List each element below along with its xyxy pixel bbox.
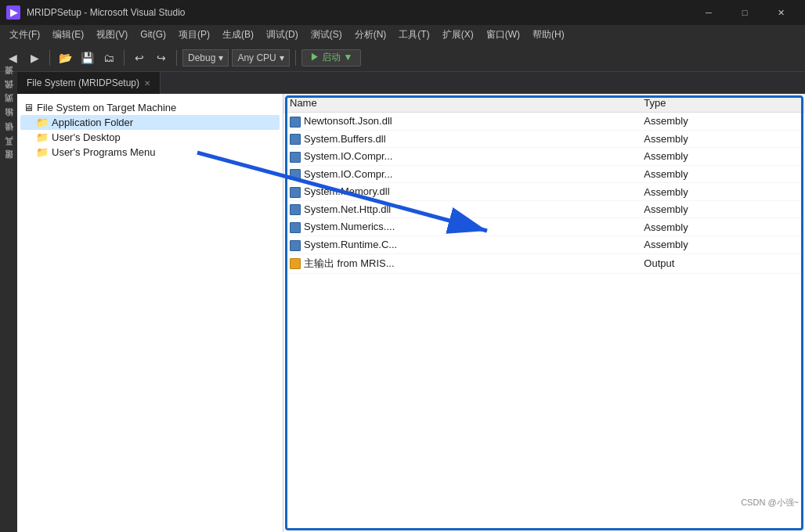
toolbar-separator-4 xyxy=(295,50,296,66)
document-area: File System (MRIDPSetup) ✕ 🖥 File System… xyxy=(17,72,805,532)
menu-test[interactable]: 测试(S) xyxy=(305,27,348,43)
file-type-cell: Assembly xyxy=(637,218,805,236)
tree-root-label: File System on Target Machine xyxy=(37,102,176,113)
file-name-cell: System.Numerics.... xyxy=(283,218,637,236)
folder-icon: 📁 xyxy=(36,117,49,128)
table-row[interactable]: System.Memory.dllAssembly xyxy=(283,183,805,201)
toolbar-back-button[interactable]: ◀ xyxy=(3,49,22,67)
file-table: Name Type Newtonsoft.Json.dllAssemblySys… xyxy=(283,94,805,274)
menu-git[interactable]: Git(G) xyxy=(134,27,172,41)
tree-item-application-folder[interactable]: 📁 Application Folder xyxy=(20,115,280,130)
menu-extensions[interactable]: 扩展(X) xyxy=(436,27,480,43)
file-name-cell: System.Runtime.C... xyxy=(283,235,637,253)
title-bar: ▶ MRIDPSetup - Microsoft Visual Studio ─… xyxy=(0,0,805,25)
app-icon: ▶ xyxy=(6,5,20,20)
folder-icon: 📁 xyxy=(36,131,49,143)
menu-project[interactable]: 项目(P) xyxy=(172,27,216,43)
toolbar-forward-button[interactable]: ▶ xyxy=(25,49,44,67)
tree-item-label: User's Desktop xyxy=(52,131,121,143)
start-button[interactable]: ▶ 启动 ▼ xyxy=(301,49,362,66)
title-bar-text: MRIDPSetup - Microsoft Visual Studio xyxy=(27,7,186,18)
col-type-header: Type xyxy=(637,94,805,113)
menu-analyze[interactable]: 分析(N) xyxy=(348,27,393,43)
file-name-cell: 主输出 from MRIS... xyxy=(283,253,637,273)
file-type-cell: Output xyxy=(637,253,805,273)
file-name-cell: System.IO.Compr... xyxy=(283,165,637,183)
close-button[interactable]: ✕ xyxy=(763,0,799,25)
sidebar-tab-legacy[interactable]: 遗留 xyxy=(2,160,16,172)
sidebar-tab-browse[interactable]: 浏览 xyxy=(2,103,16,116)
toolbar-open-button[interactable]: 📂 xyxy=(56,49,74,67)
table-row[interactable]: System.IO.Compr...Assembly xyxy=(283,148,805,166)
left-sidebar: 资源 源代 浏览 输出 错误 工具 遗留 xyxy=(0,72,17,532)
menu-build[interactable]: 生成(B) xyxy=(216,27,260,43)
sidebar-tab-source[interactable]: 源代 xyxy=(2,89,16,102)
toolbar-undo-button[interactable]: ↩ xyxy=(130,49,149,67)
debug-config-dropdown[interactable]: Debug ▾ xyxy=(182,49,229,66)
tree-item-label: User's Programs Menu xyxy=(52,146,156,158)
file-name-cell: Newtonsoft.Json.dll xyxy=(283,113,637,131)
sidebar-tab-output[interactable]: 输出 xyxy=(2,117,16,130)
tree-item-users-programs-menu[interactable]: 📁 User's Programs Menu xyxy=(20,145,280,160)
tree-item-label: Application Folder xyxy=(52,117,133,128)
table-row[interactable]: System.Runtime.C...Assembly xyxy=(283,235,805,253)
file-type-cell: Assembly xyxy=(637,200,805,218)
table-row[interactable]: System.Numerics....Assembly xyxy=(283,218,805,236)
toolbar-save-button[interactable]: 💾 xyxy=(78,49,96,67)
toolbar-separator-3 xyxy=(176,50,177,66)
menu-bar: 文件(F) 编辑(E) 视图(V) Git(G) 项目(P) 生成(B) 调试(… xyxy=(0,25,805,44)
maximize-button[interactable]: □ xyxy=(727,0,763,25)
toolbar: ◀ ▶ 📂 💾 🗂 ↩ ↪ Debug ▾ Any CPU ▾ ▶ 启动 ▼ xyxy=(0,44,805,72)
table-row[interactable]: Newtonsoft.Json.dllAssembly xyxy=(283,113,805,131)
computer-icon: 🖥 xyxy=(23,102,34,113)
watermark: CSDN @小强~ xyxy=(741,497,799,509)
tab-filesystem[interactable]: File System (MRIDPSetup) ✕ xyxy=(17,72,161,94)
table-row[interactable]: System.Net.Http.dllAssembly xyxy=(283,200,805,218)
file-type-cell: Assembly xyxy=(637,148,805,166)
file-type-cell: Assembly xyxy=(637,165,805,183)
tab-label: File System (MRIDPSetup) xyxy=(27,77,139,88)
file-name-cell: System.IO.Compr... xyxy=(283,148,637,166)
file-panel: Name Type Newtonsoft.Json.dllAssemblySys… xyxy=(283,94,805,532)
file-name-cell: System.Net.Http.dll xyxy=(283,200,637,218)
menu-view[interactable]: 视图(V) xyxy=(90,27,134,43)
sidebar-tab-tools[interactable]: 工具 xyxy=(2,146,16,158)
tree-root[interactable]: 🖥 File System on Target Machine xyxy=(20,100,280,115)
file-type-cell: Assembly xyxy=(637,183,805,201)
file-type-cell: Assembly xyxy=(637,113,805,131)
tab-bar: File System (MRIDPSetup) ✕ xyxy=(17,72,805,94)
menu-file[interactable]: 文件(F) xyxy=(3,27,46,43)
file-type-cell: Assembly xyxy=(637,130,805,148)
menu-edit[interactable]: 编辑(E) xyxy=(46,27,90,43)
col-name-header: Name xyxy=(283,94,637,113)
window-controls: ─ □ ✕ xyxy=(691,0,799,25)
tree-item-users-desktop[interactable]: 📁 User's Desktop xyxy=(20,130,280,145)
menu-debug[interactable]: 调试(D) xyxy=(260,27,305,43)
minimize-button[interactable]: ─ xyxy=(691,0,727,25)
file-name-cell: System.Memory.dll xyxy=(283,183,637,201)
table-row[interactable]: System.IO.Compr...Assembly xyxy=(283,165,805,183)
tree-panel: 🖥 File System on Target Machine 📁 Applic… xyxy=(17,94,283,532)
platform-dropdown[interactable]: Any CPU ▾ xyxy=(232,49,289,66)
menu-help[interactable]: 帮助(H) xyxy=(526,27,571,43)
toolbar-save-all-button[interactable]: 🗂 xyxy=(99,49,118,67)
table-row[interactable]: System.Buffers.dllAssembly xyxy=(283,130,805,148)
file-name-cell: System.Buffers.dll xyxy=(283,130,637,148)
main-area: 资源 源代 浏览 输出 错误 工具 遗留 File System (MRIDPS… xyxy=(0,72,805,532)
toolbar-redo-button[interactable]: ↪ xyxy=(152,49,171,67)
tab-close-icon[interactable]: ✕ xyxy=(144,79,150,88)
toolbar-separator-1 xyxy=(49,50,50,66)
folder-icon: 📁 xyxy=(36,146,49,158)
file-type-cell: Assembly xyxy=(637,235,805,253)
sidebar-tab-errors[interactable]: 错误 xyxy=(2,131,16,144)
file-system-panel: 🖥 File System on Target Machine 📁 Applic… xyxy=(17,94,805,532)
table-row[interactable]: 主输出 from MRIS...Output xyxy=(283,253,805,273)
toolbar-separator-2 xyxy=(124,50,125,66)
menu-tools[interactable]: 工具(T) xyxy=(392,27,435,43)
menu-window[interactable]: 窗口(W) xyxy=(480,27,526,43)
sidebar-tab-resources[interactable]: 资源 xyxy=(2,75,16,88)
